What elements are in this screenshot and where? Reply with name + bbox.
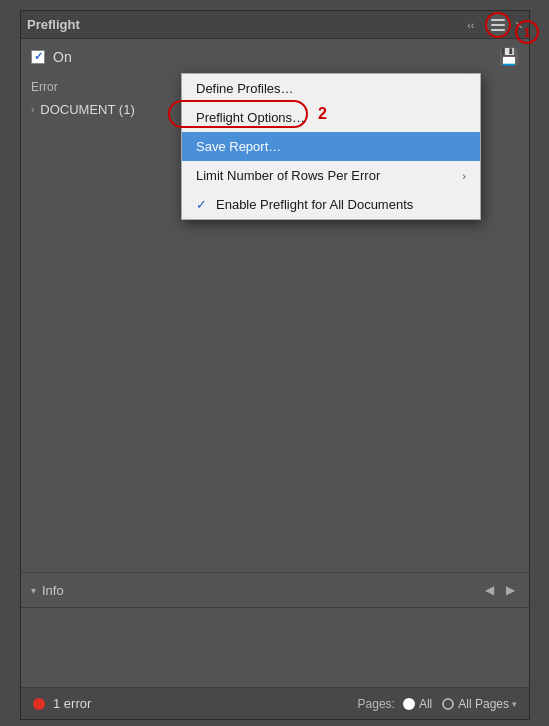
close-button[interactable]: ×	[515, 17, 523, 33]
error-dot-icon	[33, 698, 45, 710]
submenu-arrow-icon: ›	[462, 170, 466, 182]
menu-item-enable-preflight-label: Enable Preflight for All Documents	[216, 197, 413, 212]
menu-bar-3	[491, 29, 505, 31]
collapse-icon[interactable]: ‹‹	[461, 15, 481, 35]
all-pages-dropdown[interactable]: All Pages ▾	[458, 697, 517, 711]
radio-all-pages[interactable]: All Pages ▾	[442, 697, 517, 711]
radio-group: All All Pages ▾	[403, 697, 517, 711]
next-arrow-icon[interactable]: ▶	[502, 581, 519, 599]
info-section: ▾ Info ◀ ▶	[21, 572, 529, 607]
menu-item-enable-preflight[interactable]: ✓ Enable Preflight for All Documents	[182, 190, 480, 219]
prev-arrow-icon[interactable]: ◀	[481, 581, 498, 599]
document-item-label: DOCUMENT (1)	[40, 102, 134, 117]
info-label: Info	[42, 583, 64, 598]
menu-item-limit-rows-label: Limit Number of Rows Per Error	[196, 168, 380, 183]
radio-all-circle[interactable]	[403, 698, 415, 710]
on-row: On 💾	[21, 39, 529, 74]
menu-item-limit-rows[interactable]: Limit Number of Rows Per Error ›	[182, 161, 480, 190]
info-collapse-icon[interactable]: ▾	[31, 585, 36, 596]
error-count: 1 error	[53, 696, 91, 711]
menu-item-preflight-options-label: Preflight Options…	[196, 110, 305, 125]
menu-item-define-profiles[interactable]: Define Profiles…	[182, 74, 480, 103]
radio-all-pages-circle[interactable]	[442, 698, 454, 710]
footer: 1 error Pages: All All Pages ▾	[21, 687, 529, 719]
checkmark-icon: ✓	[196, 197, 210, 212]
info-body	[21, 607, 529, 687]
dropdown-menu: Define Profiles… Preflight Options… Save…	[181, 73, 481, 220]
info-nav: ◀ ▶	[481, 581, 519, 599]
menu-button[interactable]	[485, 12, 511, 38]
on-label: On	[53, 49, 72, 65]
preflight-panel: Preflight ‹‹ × On 💾 Define Profiles… Pre…	[20, 10, 530, 720]
title-bar: Preflight ‹‹ ×	[21, 11, 529, 39]
all-pages-dropdown-arrow-icon: ▾	[512, 699, 517, 709]
menu-item-define-profiles-label: Define Profiles…	[196, 81, 294, 96]
on-checkbox[interactable]	[31, 50, 45, 64]
menu-item-preflight-options[interactable]: Preflight Options…	[182, 103, 480, 132]
chevron-right-icon: ›	[31, 104, 34, 115]
info-left: ▾ Info	[31, 583, 64, 598]
radio-all[interactable]: All	[403, 697, 432, 711]
panel-title: Preflight	[27, 17, 80, 32]
menu-bar-1	[491, 19, 505, 21]
menu-item-save-report-label: Save Report…	[196, 139, 281, 154]
title-bar-right: ‹‹ ×	[461, 12, 523, 38]
pages-label: Pages:	[358, 697, 395, 711]
all-pages-label: All Pages	[458, 697, 509, 711]
save-report-icon[interactable]: 💾	[499, 47, 519, 66]
menu-bar-2	[491, 24, 505, 26]
radio-all-label: All	[419, 697, 432, 711]
title-bar-left: Preflight	[27, 17, 80, 32]
menu-item-save-report[interactable]: Save Report…	[182, 132, 480, 161]
